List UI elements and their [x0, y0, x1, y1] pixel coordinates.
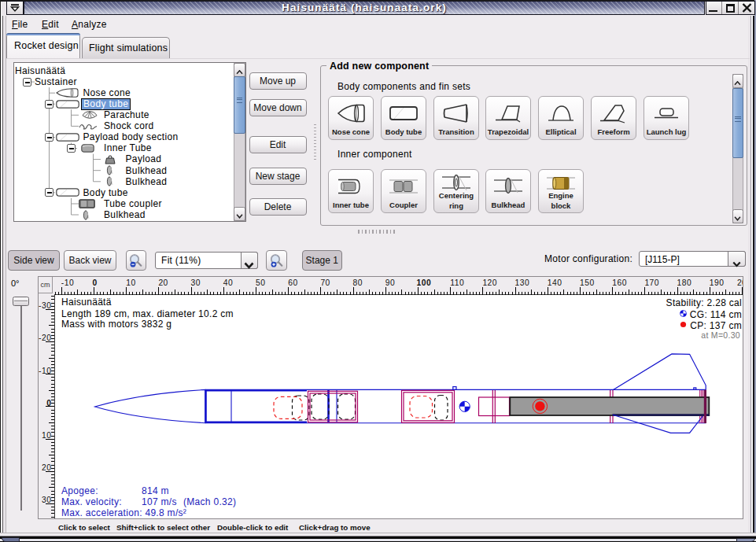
svg-text:0: 0	[46, 399, 51, 407]
svg-text:120: 120	[482, 278, 497, 287]
svg-text:70: 70	[320, 278, 330, 287]
svg-text:60: 60	[288, 278, 297, 287]
svg-text:0: 0	[93, 278, 98, 287]
svg-text:-20: -20	[39, 334, 51, 342]
svg-text:130: 130	[515, 278, 530, 287]
svg-text:170: 170	[644, 278, 659, 287]
svg-text:-10: -10	[39, 367, 51, 375]
svg-text:110: 110	[450, 278, 464, 287]
svg-text:100: 100	[417, 278, 432, 287]
svg-text:160: 160	[612, 278, 627, 287]
svg-text:-30: -30	[39, 301, 51, 310]
svg-text:140: 140	[548, 278, 562, 287]
svg-text:20: 20	[158, 278, 168, 287]
svg-text:200: 200	[737, 278, 743, 287]
svg-text:30: 30	[42, 496, 51, 504]
svg-text:50: 50	[256, 278, 265, 287]
svg-text:150: 150	[580, 278, 595, 287]
svg-text:10: 10	[126, 278, 135, 287]
svg-text:180: 180	[677, 278, 692, 287]
svg-text:190: 190	[710, 278, 725, 287]
svg-text:10: 10	[42, 431, 51, 440]
svg-text:30: 30	[191, 278, 201, 287]
svg-text:80: 80	[353, 278, 363, 287]
svg-text:-10: -10	[61, 278, 74, 287]
svg-text:90: 90	[385, 278, 395, 287]
svg-text:40: 40	[223, 278, 233, 287]
svg-text:20: 20	[42, 463, 51, 472]
